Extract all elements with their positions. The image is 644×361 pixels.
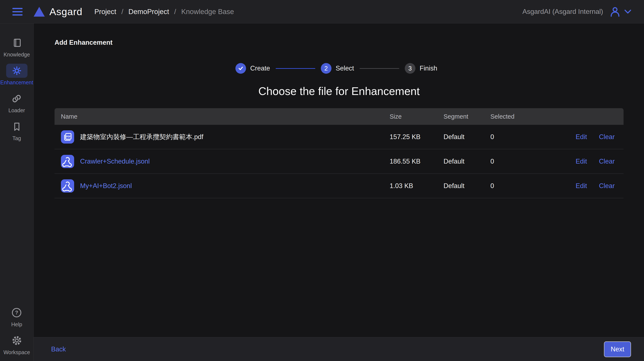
edit-link[interactable]: Edit: [576, 133, 587, 141]
cell-size: 186.55 KB: [390, 158, 444, 165]
cell-name: PDF 建築物室內裝修—工程承攬契約書範本.pdf: [61, 130, 390, 144]
cell-actions: Edit Clear: [567, 133, 617, 141]
sidebar-item-tag[interactable]: Tag: [12, 120, 22, 142]
cell-selected: 0: [490, 158, 567, 165]
logo-link[interactable]: Asgard: [34, 6, 82, 18]
cell-size: 1.03 KB: [390, 182, 444, 190]
main-area: Add Enhancement Create 2 Select 3 Finish: [34, 24, 644, 361]
step-finish-label: Finish: [420, 64, 437, 72]
logo-text: Asgard: [50, 6, 82, 18]
sidebar: Knowledge Enhancement: [0, 24, 34, 361]
clear-link[interactable]: Clear: [599, 158, 614, 165]
sidebar-item-label: Workspace: [4, 349, 30, 356]
menu-bar: [12, 11, 22, 12]
check-icon: [238, 65, 244, 72]
jsonl-file-icon: [61, 155, 74, 168]
step-create-indicator: [236, 63, 246, 74]
column-header-name: Name: [61, 113, 390, 120]
edit-link[interactable]: Edit: [576, 182, 587, 190]
clear-link[interactable]: Clear: [599, 182, 614, 190]
step-connector: [360, 68, 399, 69]
step-finish-indicator: 3: [405, 63, 416, 74]
book-icon: [12, 36, 22, 50]
step-select-indicator: 2: [321, 63, 332, 74]
sidebar-item-knowledge[interactable]: Knowledge: [4, 36, 30, 58]
sidebar-item-loader[interactable]: Loader: [8, 92, 25, 114]
breadcrumb-separator: /: [122, 8, 123, 16]
step-select-label: Select: [336, 64, 354, 72]
menu-bar: [12, 8, 22, 9]
clear-link[interactable]: Clear: [599, 133, 614, 141]
breadcrumb-demoproject[interactable]: DemoProject: [128, 8, 169, 16]
column-header-segment: Segment: [444, 113, 490, 120]
step-create-label: Create: [250, 64, 270, 72]
wizard-footer-bar: Back Next: [34, 337, 644, 361]
table-row: PDF 建築物室內裝修—工程承攬契約書範本.pdf 157.25 KB Defa…: [54, 125, 624, 149]
page-title: Add Enhancement: [54, 39, 624, 46]
column-header-size: Size: [390, 113, 444, 120]
cell-actions: Edit Clear: [567, 182, 617, 190]
chevron-down-icon[interactable]: [624, 9, 632, 14]
jsonl-file-icon: [61, 179, 74, 192]
account-label: AsgardAI (Asgard Internal): [522, 8, 603, 16]
top-header: Asgard Project / DemoProject / Knowledge…: [0, 0, 644, 24]
table-row: My+AI+Bot2.jsonl 1.03 KB Default 0 Edit …: [54, 174, 624, 198]
cell-selected: 0: [490, 133, 567, 141]
svg-text:?: ?: [15, 310, 18, 316]
sidebar-item-enhancement[interactable]: Enhancement: [0, 64, 33, 86]
sidebar-item-label: Help: [11, 322, 22, 328]
user-avatar-icon[interactable]: [610, 6, 620, 17]
section-heading: Choose the file for Enhancement: [54, 85, 624, 98]
cell-segment: Default: [444, 133, 490, 141]
breadcrumb-separator: /: [174, 8, 176, 16]
sidebar-item-help[interactable]: ? Help: [11, 306, 22, 328]
logo-triangle-icon: [34, 7, 45, 16]
breadcrumb: Project / DemoProject / Knowledge Base: [94, 8, 234, 16]
back-button[interactable]: Back: [51, 346, 66, 353]
bookmark-icon: [12, 120, 22, 134]
menu-icon[interactable]: [12, 8, 22, 16]
sidebar-item-label: Loader: [8, 107, 25, 114]
cell-name: My+AI+Bot2.jsonl: [61, 179, 390, 192]
step-connector: [276, 68, 315, 69]
file-table: Name Size Segment Selected: [54, 108, 624, 198]
gear-icon: [12, 334, 22, 348]
app-window: Asgard Project / DemoProject / Knowledge…: [0, 0, 644, 361]
link-icon: [12, 92, 22, 106]
breadcrumb-project[interactable]: Project: [94, 8, 116, 16]
edit-link[interactable]: Edit: [576, 158, 587, 165]
next-button[interactable]: Next: [604, 342, 631, 357]
table-row: Crawler+Schedule.jsonl 186.55 KB Default…: [54, 149, 624, 174]
pdf-icon-label: PDF: [66, 135, 71, 138]
column-header-selected: Selected: [490, 113, 567, 120]
menu-bar: [12, 14, 22, 16]
sidebar-footer: ? Help Workspace: [4, 306, 30, 356]
sidebar-item-label: Enhancement: [0, 80, 33, 86]
file-name-link[interactable]: Crawler+Schedule.jsonl: [80, 158, 150, 165]
wizard-stepper: Create 2 Select 3 Finish: [54, 63, 624, 74]
breadcrumb-knowledge-base: Knowledge Base: [181, 8, 234, 16]
cell-segment: Default: [444, 182, 490, 190]
cell-size: 157.25 KB: [390, 133, 444, 141]
cell-name: Crawler+Schedule.jsonl: [61, 155, 390, 168]
file-name: 建築物室內裝修—工程承攬契約書範本.pdf: [80, 132, 204, 142]
sidebar-item-label: Tag: [12, 135, 21, 142]
file-name-link[interactable]: My+AI+Bot2.jsonl: [80, 182, 132, 190]
sun-icon: [6, 64, 28, 78]
cell-segment: Default: [444, 158, 490, 165]
sidebar-item-workspace[interactable]: Workspace: [4, 334, 30, 356]
main-content: Add Enhancement Create 2 Select 3 Finish: [34, 24, 644, 337]
cell-actions: Edit Clear: [567, 158, 617, 165]
help-circle-icon: ?: [11, 306, 22, 320]
cell-selected: 0: [490, 182, 567, 190]
table-header-row: Name Size Segment Selected: [54, 108, 624, 125]
pdf-file-icon: PDF: [61, 130, 74, 144]
sidebar-item-label: Knowledge: [4, 52, 30, 58]
